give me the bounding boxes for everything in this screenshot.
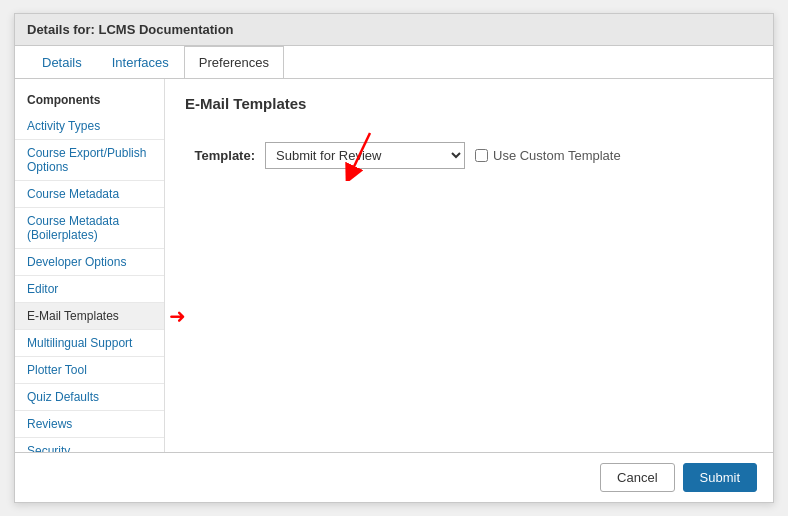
- sidebar: Components Activity Types Course Export/…: [15, 79, 165, 452]
- sidebar-item-editor[interactable]: Editor: [15, 276, 164, 303]
- tabs-bar: Details Interfaces Preferences: [15, 46, 773, 79]
- submit-button[interactable]: Submit: [683, 463, 757, 492]
- sidebar-item-course-metadata[interactable]: Course Metadata: [15, 181, 164, 208]
- sidebar-item-reviews[interactable]: Reviews: [15, 411, 164, 438]
- sidebar-item-quiz-defaults[interactable]: Quiz Defaults: [15, 384, 164, 411]
- dialog-header: Details for: LCMS Documentation: [15, 14, 773, 46]
- tab-details[interactable]: Details: [27, 46, 97, 79]
- content-area: Components Activity Types Course Export/…: [15, 79, 773, 452]
- use-custom-template-label[interactable]: Use Custom Template: [493, 148, 621, 163]
- tab-preferences[interactable]: Preferences: [184, 46, 284, 79]
- template-label: Template:: [185, 148, 255, 163]
- sidebar-item-plotter-tool[interactable]: Plotter Tool: [15, 357, 164, 384]
- tab-interfaces[interactable]: Interfaces: [97, 46, 184, 79]
- dialog-title: Details for: LCMS Documentation: [27, 22, 234, 37]
- sidebar-item-multilingual-support[interactable]: Multilingual Support: [15, 330, 164, 357]
- sidebar-item-developer-options[interactable]: Developer Options: [15, 249, 164, 276]
- dialog: Details for: LCMS Documentation Details …: [14, 13, 774, 503]
- form-row-template: Template: Submit for Review Approve Reje…: [185, 142, 753, 169]
- use-custom-template-group: Use Custom Template: [475, 148, 621, 163]
- sidebar-item-course-metadata-boilerplates[interactable]: Course Metadata (Boilerplates): [15, 208, 164, 249]
- sidebar-item-course-export[interactable]: Course Export/Publish Options: [15, 140, 164, 181]
- cancel-button[interactable]: Cancel: [600, 463, 674, 492]
- sidebar-item-activity-types[interactable]: Activity Types: [15, 113, 164, 140]
- template-select[interactable]: Submit for Review Approve Reject Publish: [265, 142, 465, 169]
- footer: Cancel Submit: [15, 452, 773, 502]
- use-custom-template-checkbox[interactable]: [475, 149, 488, 162]
- sidebar-item-email-templates[interactable]: E-Mail Templates ➜: [15, 303, 164, 330]
- sidebar-section-label: Components: [15, 89, 164, 113]
- main-content: E-Mail Templates Template: Submit for Re…: [165, 79, 773, 452]
- sidebar-item-security[interactable]: Security: [15, 438, 164, 452]
- section-title: E-Mail Templates: [185, 95, 753, 112]
